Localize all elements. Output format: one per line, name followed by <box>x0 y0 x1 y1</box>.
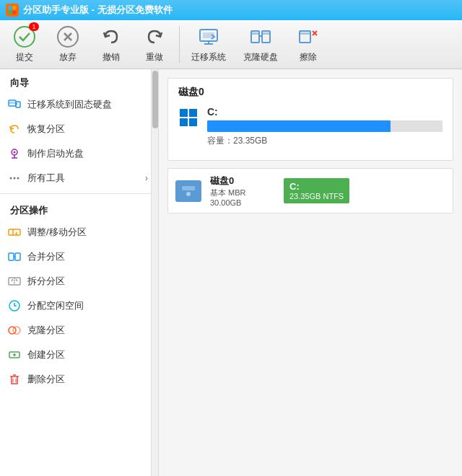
undo-button[interactable]: 撤销 <box>90 20 133 69</box>
c-drive-letter: C: <box>207 106 443 118</box>
undo-icon <box>100 25 123 48</box>
svg-rect-51 <box>189 109 197 117</box>
disk-map-info: 磁盘0 基本 MBR 30.00GB <box>210 175 275 207</box>
sidebar-item-restore-partition[interactable]: 恢复分区 <box>0 117 158 141</box>
sidebar-item-allocate-space[interactable]: 分配空闲空间 <box>0 294 158 318</box>
svg-rect-50 <box>180 109 188 117</box>
create-partition-icon <box>7 348 22 362</box>
wipe-button[interactable]: 擦除 <box>287 20 330 69</box>
sidebar-item-all-tools[interactable]: 所有工具 › <box>0 166 158 190</box>
redo-icon <box>143 25 166 48</box>
undo-label: 撤销 <box>103 51 120 63</box>
svg-rect-52 <box>180 118 188 126</box>
c-drive-partition[interactable]: C: 容量：23.35GB <box>178 106 443 147</box>
adjust-partition-label: 调整/移动分区 <box>27 226 87 239</box>
svg-line-38 <box>12 279 13 281</box>
map-partition-c-letter: C: <box>289 181 300 192</box>
svg-point-29 <box>14 177 16 180</box>
disk-map-section: 磁盘0 基本 MBR 30.00GB C: 23.35GB NTFS <box>167 168 453 213</box>
sidebar-item-delete-partition[interactable]: 删除分区 <box>0 367 158 392</box>
sidebar: 向导 迁移系统到固态硬盘 恢复分区 <box>0 69 159 476</box>
svg-point-1 <box>12 6 17 10</box>
merge-partition-icon <box>7 250 22 264</box>
svg-point-56 <box>186 192 191 196</box>
all-tools-icon <box>7 171 22 185</box>
map-partition-c[interactable]: C: 23.35GB NTFS <box>284 178 349 203</box>
sidebar-item-merge-partition[interactable]: 合并分区 <box>0 244 158 269</box>
disk-hdd-icon <box>175 180 201 202</box>
svg-rect-31 <box>9 229 20 235</box>
adjust-partition-icon <box>7 225 22 239</box>
svg-rect-22 <box>9 102 15 104</box>
scrollbar-thumb[interactable] <box>152 71 158 128</box>
wizard-section-header: 向导 <box>0 69 158 92</box>
svg-point-27 <box>14 151 16 154</box>
title-bar: 分区助手专业版 - 无损分区免费软件 <box>0 0 462 20</box>
svg-rect-53 <box>189 118 197 126</box>
disk-icon-box <box>175 175 201 207</box>
svg-point-3 <box>12 10 17 14</box>
discard-button[interactable]: 放弃 <box>46 20 90 69</box>
migrate-system-button[interactable]: 迁移系统 <box>183 20 235 69</box>
all-tools-label: 所有工具 <box>27 172 65 185</box>
migrate-system-icon <box>197 25 220 48</box>
clone-disk-icon <box>249 25 272 48</box>
svg-line-39 <box>16 279 17 281</box>
allocate-space-icon <box>7 299 22 313</box>
wipe-label: 擦除 <box>300 51 317 63</box>
sidebar-item-create-partition[interactable]: 创建分区 <box>0 343 158 367</box>
main-layout: 向导 迁移系统到固态硬盘 恢复分区 <box>0 69 462 476</box>
c-drive-details: C: 容量：23.35GB <box>207 106 443 147</box>
app-title: 分区助手专业版 - 无损分区免费软件 <box>23 4 173 17</box>
disk-0-section: 磁盘0 C: 容量：23.35GB <box>167 78 453 161</box>
content-area: 磁盘0 C: 容量：23.35GB <box>159 69 462 476</box>
c-drive-bar-fill <box>207 120 391 132</box>
toolbar-separator-1 <box>179 26 180 63</box>
svg-rect-23 <box>16 102 20 107</box>
discard-label: 放弃 <box>59 51 77 63</box>
clone-partition-icon <box>7 323 22 338</box>
split-partition-icon <box>7 274 22 288</box>
sidebar-item-adjust-partition[interactable]: 调整/移动分区 <box>0 220 158 244</box>
submit-icon: 1 <box>13 25 36 48</box>
restore-partition-label: 恢复分区 <box>27 123 65 136</box>
submit-button[interactable]: 1 提交 <box>3 20 46 69</box>
restore-partition-icon <box>7 122 22 136</box>
app-icon <box>6 4 19 17</box>
svg-rect-33 <box>9 253 14 260</box>
c-drive-bar-container <box>207 120 443 132</box>
sidebar-scrollbar[interactable] <box>151 69 158 476</box>
svg-rect-34 <box>15 253 20 260</box>
clone-partition-label: 克隆分区 <box>27 324 65 337</box>
sidebar-item-clone-partition[interactable]: 克隆分区 <box>0 318 158 343</box>
migrate-ssd-label: 迁移系统到固态硬盘 <box>27 98 112 111</box>
svg-point-30 <box>17 177 19 180</box>
svg-point-0 <box>8 6 12 10</box>
sidebar-item-make-boot-disk[interactable]: 制作启动光盘 <box>0 141 158 166</box>
clone-disk-button[interactable]: 克隆硬盘 <box>235 20 287 69</box>
delete-partition-icon <box>7 372 22 387</box>
partition-ops-section-header: 分区操作 <box>0 197 158 220</box>
clone-disk-label: 克隆硬盘 <box>243 51 278 63</box>
svg-point-42 <box>13 327 20 334</box>
disk-0-title: 磁盘0 <box>178 86 443 99</box>
sidebar-divider-1 <box>0 193 158 194</box>
make-boot-disk-icon <box>7 146 22 161</box>
merge-partition-label: 合并分区 <box>27 250 65 263</box>
all-tools-arrow: › <box>145 173 148 183</box>
sidebar-item-split-partition[interactable]: 拆分分区 <box>0 269 158 294</box>
c-drive-size: 容量：23.35GB <box>207 135 443 147</box>
disk-map-row: 磁盘0 基本 MBR 30.00GB C: 23.35GB NTFS <box>168 169 453 213</box>
submit-badge: 1 <box>29 22 39 31</box>
split-partition-label: 拆分分区 <box>27 275 65 288</box>
svg-rect-18 <box>300 32 310 35</box>
map-partition-c-info: 23.35GB NTFS <box>289 192 344 200</box>
wipe-icon <box>297 25 320 48</box>
allocate-space-label: 分配空闲空间 <box>27 299 84 312</box>
redo-button[interactable]: 重做 <box>133 20 176 69</box>
disk-partitions-map: C: 23.35GB NTFS <box>284 175 445 207</box>
sidebar-item-migrate-ssd[interactable]: 迁移系统到固态硬盘 <box>0 92 158 117</box>
svg-rect-55 <box>182 186 195 190</box>
windows-logo-icon <box>178 107 199 132</box>
disk-map-type: 基本 MBR <box>210 188 275 198</box>
